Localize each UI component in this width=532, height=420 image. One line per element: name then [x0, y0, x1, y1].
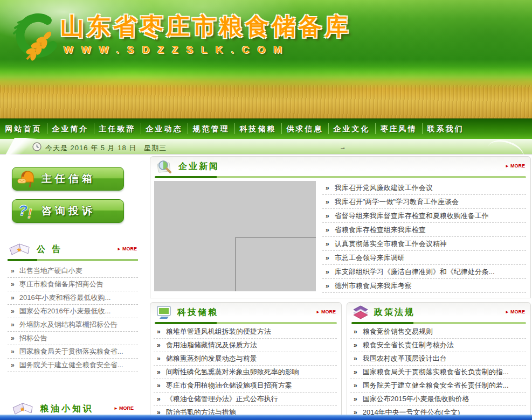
knowledge-more-link[interactable]: ►MORE: [114, 405, 134, 411]
magnifier-globe-icon: [156, 159, 173, 174]
news-list-item[interactable]: » 省督导组来我库督查库存检查和夏粮收购准备工作: [322, 209, 526, 223]
tech-list: » 粮堆单管通风机组拆装的便捷方法 » 食用油脂储藏情况及保质方法 »: [150, 324, 341, 419]
news-list: » 我库召开党风廉政建设工作会议 » 我库召开"两学一做"学习教育工作座谈会 »: [322, 181, 526, 293]
director-mailbox-label: 主任信箱: [42, 172, 95, 186]
books-icon: [353, 305, 369, 320]
policy-list-item[interactable]: » 粮食竞价销售交易规则: [350, 325, 526, 339]
sidebar: 主任信箱 ? ! 咨询投诉: [4, 158, 140, 415]
bullet-icon: »: [326, 184, 329, 192]
nav-item[interactable]: 枣庄风情: [375, 119, 422, 139]
bottom-panels-row: 科技储粮 ►MORE » 粮堆单管通风机组拆装的便捷方法: [150, 302, 531, 418]
news-list-item[interactable]: » 库支部组织学习《廉洁自律准则》和《纪律处分条...: [322, 265, 526, 279]
bullet-icon: »: [11, 294, 15, 302]
more-arrow-icon: ►: [117, 247, 121, 251]
tech-title: 科技储粮: [177, 307, 218, 318]
notice-list-item[interactable]: » 国务院关于建立健全粮食安全省...: [8, 359, 138, 372]
nav-item[interactable]: 科技储粮: [234, 119, 281, 139]
bullet-icon: »: [11, 307, 15, 315]
date-bar: 今天是 2016 年 5 月 18 日 星期三 →: [0, 139, 532, 155]
policy-list-item[interactable]: » 粮食安全省长责任制考核办法: [350, 339, 526, 352]
bullet-icon: »: [326, 198, 329, 206]
knowledge-title: 粮油小知识: [40, 403, 94, 415]
nav-item[interactable]: 联系我们: [422, 119, 469, 139]
nav-item[interactable]: 供求信息: [281, 119, 328, 139]
monitor-icon: [156, 305, 172, 320]
tech-list-item[interactable]: » 间断性磷化氢熏蒸对米象虫卵致死率的影响: [154, 366, 337, 379]
notice-list-item[interactable]: » 出售当地产硬白小麦: [8, 264, 138, 278]
policy-list-item[interactable]: » 我国农村改革顶层设计出台: [350, 352, 526, 366]
director-mailbox-button[interactable]: 主任信箱: [12, 167, 124, 191]
news-panel: 企业新闻 ►MORE » 我库召开党风廉政建设工作会议: [150, 156, 531, 298]
nav-item[interactable]: 主任致辞: [94, 119, 141, 139]
policy-header: 政策法规 ►MORE: [347, 303, 530, 322]
main-column: 企业新闻 ►MORE » 我库召开党风廉政建设工作会议: [150, 156, 531, 415]
bullet-icon: »: [11, 321, 15, 328]
svg-text:!: !: [27, 206, 32, 221]
news-list-item[interactable]: » 省粮食库存检查组来我库检查: [322, 223, 526, 237]
tech-more-link[interactable]: ►MORE: [316, 309, 336, 314]
main-nav: 网站首页 企业简介 主任致辞 企业动态 规范管理 科技储粮 供求信息 企业文化 …: [0, 118, 532, 139]
policy-more-link[interactable]: ►MORE: [505, 309, 525, 314]
bullet-icon: »: [354, 395, 357, 403]
notice-list-item[interactable]: » 招标公告: [8, 332, 138, 345]
nav-item[interactable]: 规范管理: [188, 119, 234, 139]
bullet-icon: »: [326, 212, 329, 220]
news-more-link[interactable]: ►MORE: [505, 163, 525, 169]
question-mark-icon: ? !: [12, 201, 42, 221]
consult-complaint-button[interactable]: ? ! 咨询投诉: [12, 199, 124, 223]
nav-item[interactable]: 企业简介: [47, 119, 94, 139]
window-edge: [0, 415, 532, 420]
notice-list-item[interactable]: » 国家公布2016年小麦最低收...: [8, 305, 138, 318]
tech-list-item[interactable]: » 储粮熏蒸剂的发展动态与前景: [154, 352, 337, 366]
bullet-icon: »: [354, 341, 357, 349]
notice-list: » 出售当地产硬白小麦 » 枣庄市粮食储备库招商公告 » 2016年小麦和稻谷最…: [8, 264, 138, 372]
nav-item[interactable]: 企业动态: [141, 119, 188, 139]
bullet-icon: »: [157, 382, 161, 389]
notice-book-icon: [8, 242, 31, 257]
notice-list-item[interactable]: » 2016年小麦和稻谷最低收购...: [8, 291, 138, 305]
more-arrow-icon: ►: [114, 406, 118, 411]
news-list-item[interactable]: » 我库召开"两学一做"学习教育工作座谈会: [322, 195, 526, 209]
notice-section-header: 公 告 ►MORE: [8, 241, 138, 257]
bullet-icon: »: [11, 267, 15, 275]
banner: 山东省枣庄市粮食储备库 WWW.SDZZSLK.COM: [0, 0, 532, 118]
tech-list-item[interactable]: » 食用油脂储藏情况及保质方法: [154, 339, 337, 352]
policy-list-item[interactable]: » 国务院关于建立健全粮食安全省长责任制的若...: [350, 379, 526, 393]
date-text: 今天是 2016 年 5 月 18 日 星期三: [45, 143, 167, 153]
news-image-placeholder: [154, 181, 316, 291]
bullet-icon: »: [157, 355, 161, 362]
bullet-icon: »: [11, 361, 15, 369]
bullet-icon: »: [157, 395, 161, 403]
news-header: 企业新闻 ►MORE: [150, 157, 530, 176]
tech-list-item[interactable]: » 《粮油仓储管理办法》正式公布执行: [154, 393, 337, 406]
page: 山东省枣庄市粮食储备库 WWW.SDZZSLK.COM 网站首页 企业简介 主任…: [0, 0, 532, 420]
nav-item[interactable]: 企业文化: [328, 119, 375, 139]
tech-list-item[interactable]: » 粮堆单管通风机组拆装的便捷方法: [154, 325, 337, 339]
svg-text:?: ?: [18, 202, 27, 219]
notice-list-item[interactable]: » 外墙防水及钢结构罩棚招标公告: [8, 318, 138, 332]
more-arrow-icon: ►: [505, 310, 509, 314]
news-list-item[interactable]: » 德州市粮食局来我库考察: [322, 279, 526, 293]
notice-list-item[interactable]: » 国家粮食局关于贯彻落实粮食省...: [8, 345, 138, 359]
bullet-icon: »: [11, 334, 15, 342]
notice-more-link[interactable]: ►MORE: [117, 246, 137, 251]
bullet-icon: »: [326, 282, 329, 290]
tech-list-item[interactable]: » 枣庄市食用植物油仓储设施项目招商方案: [154, 379, 337, 393]
news-list-item[interactable]: » 市总工会领导来库调研: [322, 251, 526, 265]
bullet-icon: »: [354, 382, 357, 389]
bullet-icon: »: [157, 341, 161, 349]
news-list-item[interactable]: » 认真贯彻落实全市粮食工作会议精神: [322, 237, 526, 251]
more-arrow-icon: ►: [505, 164, 509, 169]
marquee-arrow: →: [340, 143, 346, 151]
policy-list: » 粮食竞价销售交易规则 » 粮食安全省长责任制考核办法 » 我国农: [347, 324, 530, 419]
content-area: 主任信箱 ? ! 咨询投诉: [0, 155, 532, 415]
nav-item[interactable]: 网站首页: [0, 119, 47, 139]
bullet-icon: »: [354, 368, 357, 376]
notice-list-item[interactable]: » 枣庄市粮食储备库招商公告: [8, 278, 138, 291]
bullet-icon: »: [157, 368, 161, 376]
policy-list-item[interactable]: » 国家公布2015年小麦最低收购价格: [350, 393, 526, 406]
news-list-item[interactable]: » 我库召开党风廉政建设工作会议: [322, 181, 526, 195]
policy-title: 政策法规: [374, 307, 415, 318]
policy-panel: 政策法规 ►MORE » 粮食竞价销售交易规则 »: [347, 302, 531, 418]
policy-list-item[interactable]: » 国家粮食局关于贯彻落实粮食省长负责制的指...: [350, 366, 526, 379]
